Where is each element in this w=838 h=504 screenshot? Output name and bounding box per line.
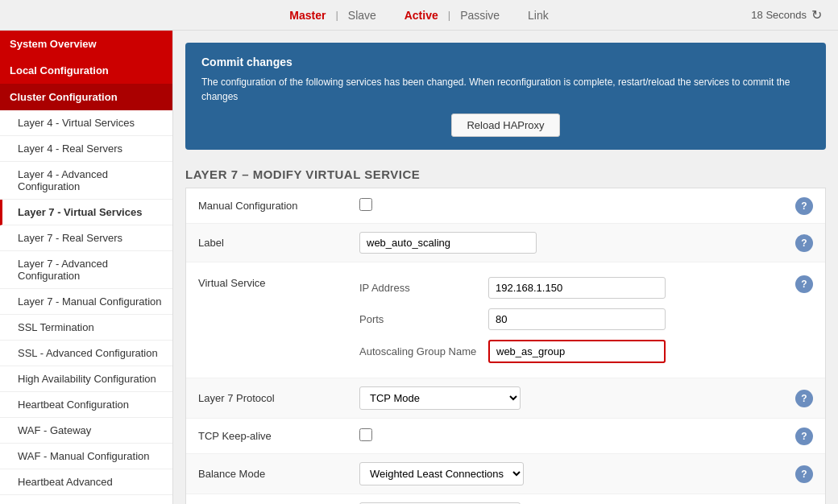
manual-configuration-help-icon[interactable]: ?: [795, 197, 813, 215]
balance-mode-input-wrapper[interactable]: Weighted Least Connections Round Robin L…: [359, 462, 537, 485]
ip-address-label: IP Address: [359, 282, 488, 294]
sidebar-item-heartbeat-advanced[interactable]: Heartbeat Advanced: [0, 469, 172, 495]
commit-banner-title: Commit changes: [201, 56, 810, 68]
main-layout: System Overview Local Configuration Clus…: [0, 31, 838, 504]
link-label[interactable]: Link: [528, 9, 549, 22]
tcp-keepalive-row: TCP Keep-alive ?: [186, 419, 825, 454]
tcp-keepalive-help-icon[interactable]: ?: [795, 428, 813, 445]
balance-mode-row: Balance Mode Weighted Least Connections …: [186, 454, 825, 494]
label-row: Label ?: [186, 224, 825, 262]
autoscaling-group-input-wrapper[interactable]: [488, 340, 666, 363]
commit-banner: Commit changes The configuration of the …: [185, 43, 826, 150]
tcp-keepalive-label: TCP Keep-alive: [198, 430, 359, 442]
sidebar-item-waf-gateway[interactable]: WAF - Gateway: [0, 418, 172, 444]
refresh-icon[interactable]: ↻: [811, 7, 822, 23]
sidebar-item-high-availability-configuration[interactable]: High Availability Configuration: [0, 366, 172, 392]
sidebar-item-layer7-manual-configuration[interactable]: Layer 7 - Manual Configuration: [0, 289, 172, 315]
active-label[interactable]: Active: [404, 9, 438, 22]
layer7-protocol-help-icon[interactable]: ?: [795, 390, 813, 407]
persistence-mode-row: Persistence Mode Source IP None Cookie H…: [186, 494, 825, 504]
tcp-keepalive-checkbox[interactable]: [359, 428, 372, 441]
ports-label: Ports: [359, 313, 488, 325]
sidebar-item-cluster-configuration[interactable]: Cluster Configuration: [0, 84, 172, 110]
manual-configuration-checkbox[interactable]: [359, 198, 372, 211]
sidebar-item-layer4-real-servers[interactable]: Layer 4 - Real Servers: [0, 136, 172, 162]
ip-address-input-wrapper[interactable]: [488, 277, 666, 299]
sidebar-item-floating-ips[interactable]: Floating IPs: [0, 495, 172, 504]
sidebar-item-ssl-termination[interactable]: SSL Termination: [0, 315, 172, 341]
autoscaling-group-label: Autoscaling Group Name: [359, 345, 488, 357]
sidebar-item-layer7-virtual-services[interactable]: Layer 7 - Virtual Services: [0, 200, 172, 225]
ports-input-wrapper[interactable]: [488, 308, 666, 330]
sidebar-item-layer7-advanced-configuration[interactable]: Layer 7 - Advanced Configuration: [0, 251, 172, 289]
autoscaling-sub-row: Autoscaling Group Name: [359, 335, 795, 368]
manual-configuration-label: Manual Configuration: [198, 200, 359, 212]
sidebar-item-local-configuration[interactable]: Local Configuration: [0, 57, 172, 84]
sidebar-item-heartbeat-configuration[interactable]: Heartbeat Configuration: [0, 392, 172, 418]
virtual-service-help-icon[interactable]: ?: [795, 275, 813, 293]
master-label[interactable]: Master: [289, 9, 326, 22]
balance-mode-help-icon[interactable]: ?: [795, 465, 813, 483]
top-bar: Master | Slave Active | Passive Link 18 …: [0, 0, 838, 31]
form-area: Manual Configuration ? Label ? Virtual S…: [185, 188, 826, 504]
passive-label[interactable]: Passive: [460, 9, 500, 22]
sidebar-item-ssl-advanced-configuration[interactable]: SSL - Advanced Configuration: [0, 341, 172, 366]
label-field-label: Label: [198, 237, 359, 249]
ports-input[interactable]: [488, 308, 666, 330]
label-input[interactable]: [359, 232, 537, 254]
sidebar-item-waf-manual-configuration[interactable]: WAF - Manual Configuration: [0, 444, 172, 469]
section-title: Layer 7 – Modify Virtual Service: [173, 158, 838, 188]
tcp-keepalive-input[interactable]: [359, 428, 537, 444]
slave-label[interactable]: Slave: [348, 9, 376, 22]
label-input-wrapper[interactable]: [359, 232, 537, 254]
virtual-service-row: Virtual Service IP Address Ports: [186, 262, 825, 378]
autoscaling-group-input[interactable]: [488, 340, 666, 363]
sidebar-item-layer4-advanced-configuration[interactable]: Layer 4 - Advanced Configuration: [0, 162, 172, 200]
manual-configuration-input[interactable]: [359, 198, 537, 213]
layer7-protocol-select[interactable]: TCP Mode HTTP Mode HTTPS Mode: [359, 386, 521, 410]
layer7-protocol-row: Layer 7 Protocol TCP Mode HTTP Mode HTTP…: [186, 378, 825, 419]
ip-address-sub-row: IP Address: [359, 272, 795, 304]
manual-configuration-row: Manual Configuration ?: [186, 188, 825, 224]
content-area: Commit changes The configuration of the …: [173, 31, 838, 504]
ip-address-input[interactable]: [488, 277, 666, 299]
balance-mode-label: Balance Mode: [198, 468, 359, 480]
layer7-protocol-label: Layer 7 Protocol: [198, 392, 359, 404]
virtual-service-label: Virtual Service: [198, 272, 359, 289]
active-passive-separator: |: [448, 9, 450, 21]
sidebar-item-layer4-virtual-services[interactable]: Layer 4 - Virtual Services: [0, 110, 172, 136]
timer-section: 18 Seconds ↻: [751, 7, 822, 23]
virtual-service-group: IP Address Ports Autoscaling: [359, 272, 795, 368]
balance-mode-select[interactable]: Weighted Least Connections Round Robin L…: [359, 462, 524, 485]
sidebar-item-layer7-real-servers[interactable]: Layer 7 - Real Servers: [0, 225, 172, 251]
layer7-protocol-input-wrapper[interactable]: TCP Mode HTTP Mode HTTPS Mode: [359, 386, 537, 410]
sidebar: System Overview Local Configuration Clus…: [0, 31, 173, 504]
master-slave-separator: |: [335, 9, 338, 21]
cluster-nav: Master | Slave Active | Passive Link: [289, 9, 548, 22]
commit-banner-message: The configuration of the following servi…: [201, 75, 810, 104]
ports-sub-row: Ports: [359, 304, 795, 335]
label-help-icon[interactable]: ?: [795, 234, 813, 252]
sidebar-item-system-overview[interactable]: System Overview: [0, 31, 172, 57]
reload-haproxy-button[interactable]: Reload HAProxy: [451, 114, 559, 137]
timer-value: 18 Seconds: [751, 9, 807, 21]
